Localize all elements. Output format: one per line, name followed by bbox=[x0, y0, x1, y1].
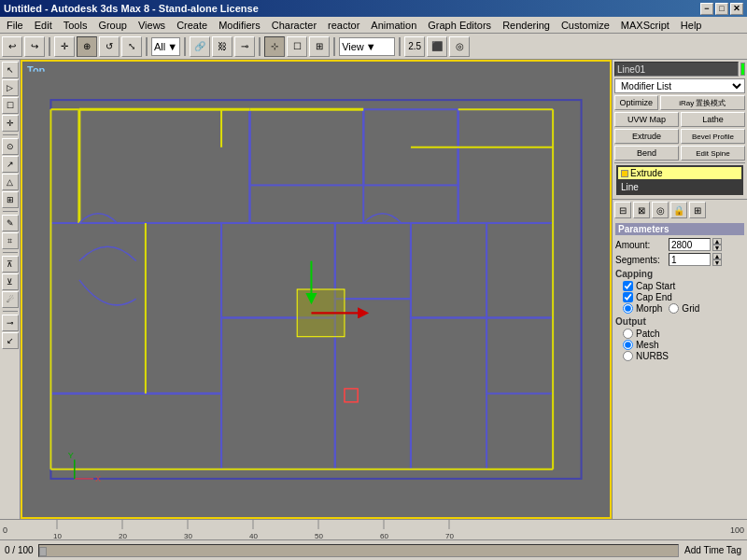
select-button[interactable]: ✛ bbox=[54, 36, 75, 57]
stack-show-button[interactable]: ⊠ bbox=[633, 202, 650, 218]
menu-maxscript[interactable]: MAXScript bbox=[616, 19, 674, 32]
filter-dropdown[interactable]: All ▼ bbox=[151, 37, 180, 56]
window-title: Untitled - Autodesk 3ds Max 8 - Stand-al… bbox=[4, 3, 259, 14]
extrude-stack-item[interactable]: Extrude bbox=[618, 167, 741, 179]
menu-graph-editors[interactable]: Graph Editors bbox=[423, 19, 496, 32]
minimize-button[interactable]: − bbox=[700, 3, 713, 15]
menu-create[interactable]: Create bbox=[172, 19, 212, 32]
maximize-button[interactable]: □ bbox=[715, 3, 728, 15]
menu-edit[interactable]: Edit bbox=[30, 19, 57, 32]
menu-group[interactable]: Group bbox=[93, 19, 132, 32]
left-tool-play[interactable]: ▷ bbox=[2, 79, 19, 96]
segments-down[interactable]: ▼ bbox=[712, 259, 722, 266]
lathe-button[interactable]: Lathe bbox=[681, 112, 745, 127]
amount-input[interactable] bbox=[669, 238, 711, 251]
close-button[interactable]: ✕ bbox=[730, 3, 743, 15]
right-panel: Modifier List Optimize iRay 置换模式 UVW Map… bbox=[612, 60, 747, 519]
stack-lock-button[interactable]: 🔒 bbox=[670, 202, 687, 218]
svg-text:60: 60 bbox=[380, 532, 388, 539]
cap-start-checkbox[interactable] bbox=[623, 281, 633, 291]
rotate-button[interactable]: ↺ bbox=[99, 36, 120, 57]
render2-btn[interactable]: ⬛ bbox=[427, 36, 447, 57]
ruler-left-label: 0 bbox=[0, 525, 10, 535]
move-button[interactable]: ⊕ bbox=[77, 36, 97, 57]
left-tool-bend[interactable]: ⊼ bbox=[2, 256, 19, 273]
line-stack-item[interactable]: Line bbox=[618, 181, 741, 193]
undo-button[interactable]: ↩ bbox=[2, 36, 22, 57]
window-cross-button[interactable]: ⊞ bbox=[309, 36, 330, 57]
amount-label: Amount: bbox=[615, 240, 667, 250]
menu-character[interactable]: Character bbox=[267, 19, 321, 32]
left-tool-pen[interactable]: ✎ bbox=[2, 215, 19, 231]
redo-button[interactable]: ↪ bbox=[24, 36, 45, 57]
select-region-button[interactable]: ☐ bbox=[287, 36, 307, 57]
segments-input[interactable] bbox=[669, 253, 711, 266]
left-tool-link[interactable]: ⊸ bbox=[2, 315, 19, 331]
segments-label: Segments: bbox=[615, 255, 667, 265]
cap-start-row: Cap Start bbox=[623, 281, 744, 291]
edit-spline-button[interactable]: Edit Spine bbox=[681, 146, 745, 161]
left-tool-or[interactable]: ⊻ bbox=[2, 273, 19, 290]
cap-end-checkbox[interactable] bbox=[623, 292, 633, 302]
bind-button[interactable]: ⊸ bbox=[234, 36, 255, 57]
left-tool-cross[interactable]: ✛ bbox=[2, 115, 19, 132]
left-tool-tri[interactable]: △ bbox=[2, 174, 19, 190]
object-color-box[interactable] bbox=[740, 63, 745, 76]
bend-button[interactable]: Bend bbox=[614, 146, 679, 161]
link-button[interactable]: 🔗 bbox=[190, 36, 210, 57]
segments-up[interactable]: ▲ bbox=[712, 253, 722, 259]
timeline-slider[interactable] bbox=[38, 544, 679, 557]
bevel-profile-button[interactable]: Bevel Profile bbox=[681, 129, 745, 144]
view-dropdown[interactable]: View ▼ bbox=[339, 37, 395, 56]
optimize-button[interactable]: Optimize bbox=[614, 95, 658, 110]
amount-up[interactable]: ▲ bbox=[712, 238, 722, 245]
left-tool-select[interactable]: ↖ bbox=[2, 62, 19, 78]
left-tool-box[interactable]: ☐ bbox=[2, 97, 19, 114]
uvw-map-button[interactable]: UVW Map bbox=[614, 112, 679, 127]
left-tool-hash[interactable]: ⌗ bbox=[2, 232, 19, 249]
grid-radio[interactable] bbox=[669, 303, 679, 314]
panel-bottom-buttons: Bend Edit Spine bbox=[614, 146, 745, 161]
extrude-button[interactable]: Extrude bbox=[614, 129, 679, 144]
timeline-thumb[interactable] bbox=[39, 547, 47, 556]
svg-text:X: X bbox=[95, 474, 101, 483]
bottom-ruler: 0 10 20 30 40 50 60 70 100 bbox=[0, 519, 747, 539]
menu-help[interactable]: Help bbox=[676, 19, 707, 32]
menu-rendering[interactable]: Rendering bbox=[498, 19, 555, 32]
mesh-radio[interactable] bbox=[623, 340, 633, 350]
morph-radio[interactable] bbox=[623, 303, 633, 314]
left-tool-grid[interactable]: ⊞ bbox=[2, 191, 19, 208]
left-toolbar: ↖ ▷ ☐ ✛ ⊙ ↗ △ ⊞ ✎ ⌗ ⊼ ⊻ ☄ ⊸ ↙ bbox=[0, 60, 21, 519]
timeline-bar: 0 / 100 Add Time Tag bbox=[0, 539, 747, 560]
menu-modifiers[interactable]: Modifiers bbox=[214, 19, 265, 32]
modifier-stack: Extrude Line bbox=[616, 165, 743, 195]
menu-tools[interactable]: Tools bbox=[59, 19, 92, 32]
stack-pin-button[interactable]: ⊟ bbox=[614, 202, 631, 218]
object-name-input[interactable] bbox=[614, 62, 739, 77]
left-tool-spark[interactable]: ☄ bbox=[2, 291, 19, 308]
stack-remove-button[interactable]: ⊞ bbox=[689, 202, 706, 218]
render3-btn[interactable]: ◎ bbox=[449, 36, 470, 57]
left-tool-circle[interactable]: ⊙ bbox=[2, 138, 19, 155]
left-tool-arrow[interactable]: ↗ bbox=[2, 156, 19, 173]
menu-customize[interactable]: Customize bbox=[557, 19, 614, 32]
modifier-list-dropdown[interactable]: Modifier List bbox=[614, 78, 745, 93]
toolbar-separator-4 bbox=[259, 37, 261, 56]
menu-file[interactable]: File bbox=[2, 19, 28, 32]
menu-reactor[interactable]: reactor bbox=[323, 19, 364, 32]
iray-button[interactable]: iRay 置换模式 bbox=[660, 95, 745, 110]
viewport[interactable]: Top bbox=[21, 60, 612, 519]
menu-animation[interactable]: Animation bbox=[366, 19, 421, 32]
unlink-button[interactable]: ⛓ bbox=[212, 36, 233, 57]
menu-views[interactable]: Views bbox=[134, 19, 170, 32]
patch-radio[interactable] bbox=[623, 329, 633, 339]
nurbs-radio[interactable] bbox=[623, 351, 633, 361]
morph-label: Morph bbox=[636, 303, 662, 314]
render-btn[interactable]: 2.5 bbox=[404, 36, 425, 57]
stack-active-button[interactable]: ◎ bbox=[652, 202, 669, 218]
left-tool-down[interactable]: ↙ bbox=[2, 332, 19, 349]
title-bar-buttons: − □ ✕ bbox=[700, 3, 743, 15]
select-obj-button[interactable]: ⊹ bbox=[264, 36, 285, 57]
scale-button[interactable]: ⤡ bbox=[121, 36, 142, 57]
amount-down[interactable]: ▼ bbox=[712, 245, 722, 251]
